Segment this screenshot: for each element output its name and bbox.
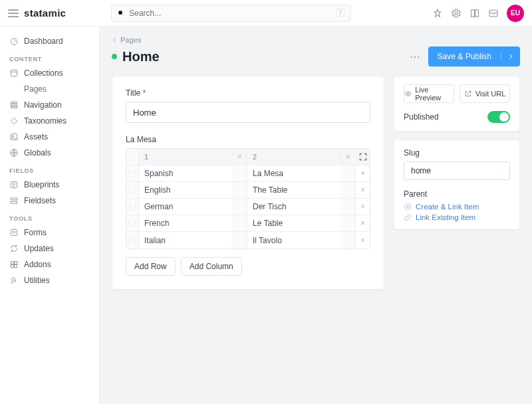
svg-rect-10	[11, 201, 17, 203]
topbar: statamic / EU	[0, 0, 532, 27]
external-link-icon	[464, 90, 472, 98]
visit-url-button[interactable]: Visit URL	[460, 84, 510, 103]
main: Pages Home ⋯ Save & Publish Title * La M…	[100, 27, 532, 404]
sidebar-item-dashboard[interactable]: Dashboard	[0, 33, 99, 49]
remove-row[interactable]: ×	[355, 182, 370, 198]
svg-point-3	[11, 39, 17, 45]
table-row: ⋮⋮SpanishLa Mesa×	[126, 165, 370, 182]
breadcrumb[interactable]: Pages	[112, 36, 520, 44]
svg-point-6	[12, 136, 13, 137]
taxonomies-icon	[9, 116, 19, 126]
cell[interactable]: Il Tavolo	[247, 232, 340, 249]
remove-row[interactable]: ×	[355, 215, 370, 231]
svg-rect-14	[11, 265, 13, 268]
menu-toggle[interactable]	[8, 9, 19, 17]
side-preview-box: Live Preview Visit URL Published	[394, 76, 520, 132]
title-label: Title *	[126, 88, 370, 98]
collections-icon	[9, 68, 19, 78]
svg-rect-4	[11, 70, 17, 76]
cell[interactable]: La Mesa	[247, 165, 340, 181]
fieldsets-icon	[9, 196, 19, 205]
eye-icon	[404, 90, 412, 98]
sidebar-item-fieldsets[interactable]: Fieldsets	[0, 193, 99, 209]
cell[interactable]: Der Tisch	[247, 199, 340, 215]
sidebar-heading: FIELDS	[0, 161, 99, 177]
svg-point-16	[407, 93, 409, 95]
save-dropdown[interactable]	[501, 52, 520, 60]
remove-row[interactable]: ×	[355, 232, 370, 249]
remove-col-1[interactable]: ×	[232, 149, 247, 165]
gauge-icon	[9, 37, 19, 46]
sidebar-item-taxonomies[interactable]: Taxonomies	[0, 113, 99, 129]
col-header-1: 1	[138, 149, 232, 165]
remove-col-2[interactable]: ×	[340, 149, 355, 165]
svg-rect-11	[11, 229, 17, 235]
add-row-button[interactable]: Add Row	[126, 257, 176, 276]
sidebar-item-collections[interactable]: Collections	[0, 65, 99, 81]
published-label: Published	[404, 112, 439, 122]
live-preview-button[interactable]: Live Preview	[404, 84, 454, 103]
drag-handle-icon[interactable]: ⋮⋮	[126, 215, 138, 231]
sidebar-heading: TOOLS	[0, 209, 99, 225]
avatar[interactable]: EU	[507, 5, 524, 22]
add-column-button[interactable]: Add Column	[181, 257, 242, 276]
chevron-left-icon	[112, 37, 118, 43]
slug-input[interactable]	[404, 161, 510, 180]
cell[interactable]: French	[138, 215, 232, 231]
sidebar-label: Collections	[24, 68, 63, 78]
sidebar-item-globals[interactable]: Globals	[0, 145, 99, 161]
sidebar-label: Globals	[24, 148, 51, 157]
navigation-icon	[9, 100, 19, 110]
sidebar-heading: CONTENT	[0, 49, 99, 65]
table-row: ⋮⋮FrenchLe Table×	[126, 215, 370, 232]
sidebar-item-pages[interactable]: Pages	[0, 81, 99, 97]
drag-handle-icon[interactable]: ⋮⋮	[126, 182, 138, 198]
side-meta-box: Slug Parent Create & Link Item Link Exis…	[394, 140, 520, 230]
slug-label: Slug	[404, 148, 510, 157]
sidebar-label: Fieldsets	[24, 196, 56, 205]
drag-handle-icon[interactable]: ⋮⋮	[126, 165, 138, 181]
addons-icon	[9, 260, 19, 269]
sidebar-item-forms[interactable]: Forms	[0, 225, 99, 241]
status-dot	[112, 54, 117, 59]
global-search[interactable]: /	[111, 5, 350, 22]
forms-icon	[9, 228, 19, 237]
more-actions[interactable]: ⋯	[407, 50, 423, 63]
gear-icon[interactable]	[451, 8, 462, 19]
sidebar-item-assets[interactable]: Assets	[0, 129, 99, 145]
sidebar-item-navigation[interactable]: Navigation	[0, 97, 99, 113]
remove-row[interactable]: ×	[355, 199, 370, 215]
drag-handle-icon[interactable]: ⋮⋮	[126, 199, 138, 215]
book-icon[interactable]	[469, 8, 480, 19]
utilities-icon	[9, 276, 19, 285]
inbox-icon[interactable]	[488, 8, 499, 19]
search-input[interactable]	[129, 9, 332, 18]
create-link-item[interactable]: Create & Link Item	[404, 203, 510, 211]
remove-row[interactable]: ×	[355, 165, 370, 181]
save-publish-button[interactable]: Save & Publish	[428, 47, 520, 66]
sidebar-item-utilities[interactable]: Utilities	[0, 272, 99, 288]
cell[interactable]: Italian	[138, 232, 232, 249]
title-input[interactable]	[126, 102, 370, 123]
drag-handle-icon[interactable]: ⋮⋮	[126, 232, 138, 249]
sidebar-label: Dashboard	[24, 37, 63, 46]
pin-icon[interactable]	[432, 8, 443, 19]
sidebar-item-blueprints[interactable]: Blueprints	[0, 177, 99, 193]
cell[interactable]: Spanish	[138, 165, 232, 181]
cell[interactable]: Le Table	[247, 215, 340, 231]
published-toggle[interactable]	[487, 111, 510, 123]
svg-rect-2	[489, 10, 497, 16]
sidebar-label: Addons	[24, 260, 51, 269]
sidebar-item-updates[interactable]: Updates	[0, 241, 99, 256]
cell[interactable]: English	[138, 182, 232, 198]
sidebar-item-addons[interactable]: Addons	[0, 256, 99, 272]
svg-point-1	[455, 12, 458, 15]
cell[interactable]: German	[138, 199, 232, 215]
fullscreen-grid[interactable]	[355, 149, 370, 165]
sidebar-label: Taxonomies	[24, 116, 66, 126]
sidebar-label: Forms	[24, 228, 47, 237]
search-shortcut: /	[336, 9, 344, 17]
link-existing-item[interactable]: Link Existing Item	[404, 213, 510, 221]
svg-rect-9	[11, 198, 17, 200]
cell[interactable]: The Table	[247, 182, 340, 198]
